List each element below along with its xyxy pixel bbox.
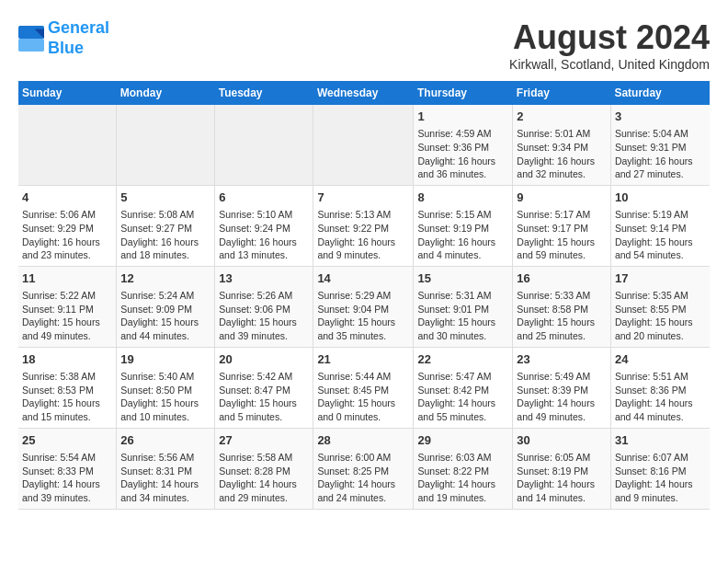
day-number: 11 [22,270,112,287]
calendar-cell: 13Sunrise: 5:26 AM Sunset: 9:06 PM Dayli… [215,266,313,347]
page-header: General Blue August 2024 Kirkwall, Scotl… [18,18,710,72]
calendar-cell: 9Sunrise: 5:17 AM Sunset: 9:17 PM Daylig… [513,185,611,266]
cell-info: Sunrise: 5:24 AM Sunset: 9:09 PM Dayligh… [120,289,210,343]
svg-rect-1 [18,39,44,52]
cell-info: Sunrise: 5:58 AM Sunset: 8:28 PM Dayligh… [219,451,309,505]
weekday-header-sunday: Sunday [18,81,117,105]
calendar-cell: 31Sunrise: 6:07 AM Sunset: 8:16 PM Dayli… [610,428,710,509]
day-number: 5 [120,190,210,206]
day-number: 28 [317,432,409,449]
day-number: 2 [517,109,607,125]
cell-info: Sunrise: 5:15 AM Sunset: 9:19 PM Dayligh… [417,208,508,262]
calendar-cell: 21Sunrise: 5:44 AM Sunset: 8:45 PM Dayli… [313,347,414,428]
calendar-cell: 30Sunrise: 6:05 AM Sunset: 8:19 PM Dayli… [513,428,611,509]
calendar-cell: 7Sunrise: 5:13 AM Sunset: 9:22 PM Daylig… [313,185,414,266]
calendar-cell: 8Sunrise: 5:15 AM Sunset: 9:19 PM Daylig… [414,185,513,266]
title-section: August 2024 Kirkwall, Scotland, United K… [509,18,710,72]
weekday-header-thursday: Thursday [414,81,513,105]
calendar-cell: 2Sunrise: 5:01 AM Sunset: 9:34 PM Daylig… [513,105,611,185]
cell-info: Sunrise: 5:13 AM Sunset: 9:22 PM Dayligh… [317,208,409,262]
cell-info: Sunrise: 5:38 AM Sunset: 8:53 PM Dayligh… [22,370,112,424]
cell-info: Sunrise: 5:10 AM Sunset: 9:24 PM Dayligh… [219,208,309,262]
cell-info: Sunrise: 5:22 AM Sunset: 9:11 PM Dayligh… [22,289,112,343]
cell-info: Sunrise: 5:06 AM Sunset: 9:29 PM Dayligh… [22,208,112,262]
day-number: 17 [615,270,706,287]
calendar-cell [117,105,215,185]
calendar-cell: 22Sunrise: 5:47 AM Sunset: 8:42 PM Dayli… [414,347,513,428]
calendar-week-row: 1Sunrise: 4:59 AM Sunset: 9:36 PM Daylig… [18,105,710,185]
cell-info: Sunrise: 5:31 AM Sunset: 9:01 PM Dayligh… [417,289,508,343]
cell-info: Sunrise: 5:47 AM Sunset: 8:42 PM Dayligh… [417,370,508,424]
calendar-cell [18,105,117,185]
calendar-cell: 28Sunrise: 6:00 AM Sunset: 8:25 PM Dayli… [313,428,414,509]
calendar-table: SundayMondayTuesdayWednesdayThursdayFrid… [18,81,710,510]
calendar-cell: 27Sunrise: 5:58 AM Sunset: 8:28 PM Dayli… [215,428,313,509]
calendar-cell: 23Sunrise: 5:49 AM Sunset: 8:39 PM Dayli… [513,347,611,428]
logo-icon [18,26,44,52]
logo-text: General Blue [48,18,109,58]
cell-info: Sunrise: 5:29 AM Sunset: 9:04 PM Dayligh… [317,289,409,343]
cell-info: Sunrise: 6:00 AM Sunset: 8:25 PM Dayligh… [317,451,409,505]
cell-info: Sunrise: 5:17 AM Sunset: 9:17 PM Dayligh… [517,208,607,262]
cell-info: Sunrise: 5:01 AM Sunset: 9:34 PM Dayligh… [517,127,607,181]
calendar-cell: 11Sunrise: 5:22 AM Sunset: 9:11 PM Dayli… [18,266,117,347]
cell-info: Sunrise: 5:08 AM Sunset: 9:27 PM Dayligh… [120,208,210,262]
day-number: 24 [615,351,706,368]
day-number: 3 [615,109,706,125]
cell-info: Sunrise: 5:19 AM Sunset: 9:14 PM Dayligh… [615,208,706,262]
calendar-cell: 17Sunrise: 5:35 AM Sunset: 8:55 PM Dayli… [610,266,710,347]
day-number: 18 [22,351,112,368]
day-number: 1 [417,109,508,125]
weekday-header-friday: Friday [513,81,611,105]
day-number: 15 [417,270,508,287]
cell-info: Sunrise: 6:07 AM Sunset: 8:16 PM Dayligh… [615,451,706,505]
day-number: 21 [317,351,409,368]
day-number: 8 [417,190,508,206]
cell-info: Sunrise: 5:51 AM Sunset: 8:36 PM Dayligh… [615,370,706,424]
cell-info: Sunrise: 5:44 AM Sunset: 8:45 PM Dayligh… [317,370,409,424]
cell-info: Sunrise: 5:40 AM Sunset: 8:50 PM Dayligh… [120,370,210,424]
calendar-cell: 19Sunrise: 5:40 AM Sunset: 8:50 PM Dayli… [117,347,215,428]
day-number: 6 [219,190,309,206]
day-number: 13 [219,270,309,287]
day-number: 14 [317,270,409,287]
day-number: 29 [417,432,508,449]
cell-info: Sunrise: 4:59 AM Sunset: 9:36 PM Dayligh… [417,127,508,181]
day-number: 30 [517,432,607,449]
calendar-cell [313,105,414,185]
day-number: 22 [417,351,508,368]
day-number: 20 [219,351,309,368]
weekday-header-tuesday: Tuesday [215,81,313,105]
day-number: 31 [615,432,706,449]
day-number: 7 [317,190,409,206]
day-number: 12 [120,270,210,287]
calendar-cell: 16Sunrise: 5:33 AM Sunset: 8:58 PM Dayli… [513,266,611,347]
calendar-cell: 25Sunrise: 5:54 AM Sunset: 8:33 PM Dayli… [18,428,117,509]
logo-line2: Blue [48,39,84,57]
day-number: 19 [120,351,210,368]
weekday-header-saturday: Saturday [610,81,710,105]
calendar-cell: 10Sunrise: 5:19 AM Sunset: 9:14 PM Dayli… [610,185,710,266]
calendar-cell: 14Sunrise: 5:29 AM Sunset: 9:04 PM Dayli… [313,266,414,347]
logo-line1: General [48,18,109,37]
cell-info: Sunrise: 5:49 AM Sunset: 8:39 PM Dayligh… [517,370,607,424]
day-number: 23 [517,351,607,368]
cell-info: Sunrise: 5:35 AM Sunset: 8:55 PM Dayligh… [615,289,706,343]
day-number: 16 [517,270,607,287]
cell-info: Sunrise: 6:05 AM Sunset: 8:19 PM Dayligh… [517,451,607,505]
location: Kirkwall, Scotland, United Kingdom [509,57,710,72]
cell-info: Sunrise: 6:03 AM Sunset: 8:22 PM Dayligh… [417,451,508,505]
day-number: 25 [22,432,112,449]
day-number: 27 [219,432,309,449]
month-year: August 2024 [509,18,710,57]
calendar-cell: 3Sunrise: 5:04 AM Sunset: 9:31 PM Daylig… [610,105,710,185]
calendar-cell: 5Sunrise: 5:08 AM Sunset: 9:27 PM Daylig… [117,185,215,266]
cell-info: Sunrise: 5:04 AM Sunset: 9:31 PM Dayligh… [615,127,706,181]
calendar-cell [215,105,313,185]
cell-info: Sunrise: 5:33 AM Sunset: 8:58 PM Dayligh… [517,289,607,343]
weekday-header-row: SundayMondayTuesdayWednesdayThursdayFrid… [18,81,710,105]
calendar-cell: 24Sunrise: 5:51 AM Sunset: 8:36 PM Dayli… [610,347,710,428]
calendar-cell: 1Sunrise: 4:59 AM Sunset: 9:36 PM Daylig… [414,105,513,185]
calendar-week-row: 25Sunrise: 5:54 AM Sunset: 8:33 PM Dayli… [18,428,710,509]
calendar-week-row: 18Sunrise: 5:38 AM Sunset: 8:53 PM Dayli… [18,347,710,428]
